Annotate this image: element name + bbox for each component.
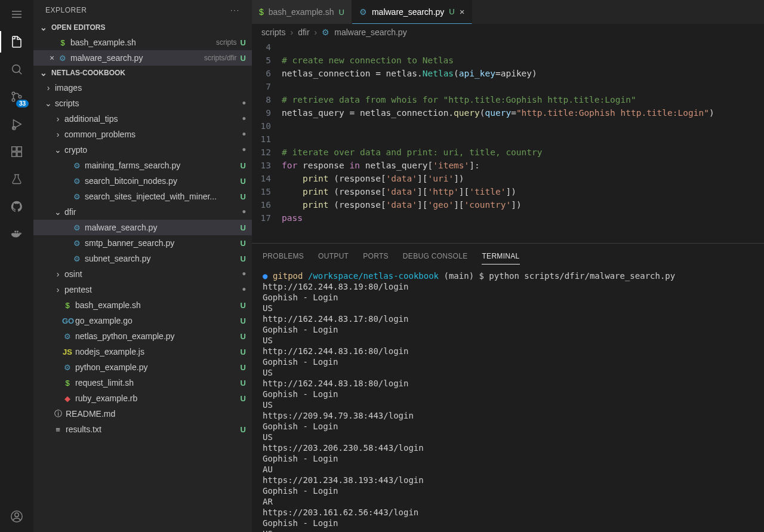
bottom-panel: PROBLEMSOUTPUTPORTSDEBUG CONSOLETERMINAL… xyxy=(252,243,764,532)
file-item[interactable]: ⚙ subnet_search.py U xyxy=(33,251,252,266)
item-label: smtp_banner_search.py xyxy=(85,238,237,248)
chevron-icon: ⌄ xyxy=(54,145,62,155)
breadcrumb[interactable]: scripts›dfir›⚙malware_search.py xyxy=(252,24,764,41)
close-icon[interactable]: × xyxy=(460,7,465,17)
docker-icon[interactable] xyxy=(8,226,25,242)
svg-line-4 xyxy=(19,72,22,75)
beaker-icon[interactable] xyxy=(8,171,25,187)
open-editor-item[interactable]: × ⚙ malware_search.py scripts/dfir U xyxy=(33,50,252,66)
file-item[interactable]: JS nodejs_example.js U xyxy=(33,344,252,359)
panel-tab-terminal[interactable]: TERMINAL xyxy=(482,248,519,265)
item-label: crypto xyxy=(64,145,239,155)
file-item[interactable]: ≡ results.txt U xyxy=(33,422,252,437)
folder-item[interactable]: › osint • xyxy=(33,266,252,282)
item-label: ruby_example.rb xyxy=(75,393,237,403)
item-label: images xyxy=(55,83,246,93)
panel-tab-problems[interactable]: PROBLEMS xyxy=(263,248,304,265)
workspace-header[interactable]: ⌄ NETLAS-COOKBOOK xyxy=(33,66,252,80)
open-editors-header[interactable]: ⌄ OPEN EDITORS xyxy=(33,20,252,35)
editor-tab[interactable]: ⚙ malware_search.py U × xyxy=(352,0,473,24)
git-status: U xyxy=(241,54,246,63)
file-item[interactable]: ⚙ smtp_banner_search.py U xyxy=(33,235,252,251)
item-label: python_example.py xyxy=(75,362,237,372)
code-content[interactable]: # create new connection to Netlasnetlas_… xyxy=(282,41,764,243)
close-icon[interactable]: × xyxy=(47,53,57,63)
file-item[interactable]: ⚙ malware_search.py U xyxy=(33,220,252,235)
breadcrumb-segment[interactable]: malware_search.py xyxy=(334,27,406,37)
svg-rect-12 xyxy=(17,152,21,156)
folder-item[interactable]: › images xyxy=(33,80,252,96)
file-item[interactable]: ⓘ README.md xyxy=(33,406,252,422)
git-status: U xyxy=(241,223,246,232)
debug-icon[interactable] xyxy=(8,116,25,133)
workspace-label: NETLAS-COOKBOOK xyxy=(51,69,125,77)
breadcrumb-segment[interactable]: scripts xyxy=(261,27,285,37)
chevron-right-icon: › xyxy=(290,27,293,37)
code-editor[interactable]: 4567891011121314151617 # create new conn… xyxy=(252,41,764,243)
item-label: nodejs_example.js xyxy=(75,347,237,356)
terminal-content[interactable]: ● gitpod /workspace/netlas-cookbook (mai… xyxy=(252,265,764,532)
file-label: malware_search.py xyxy=(70,53,201,63)
panel-tab-output[interactable]: OUTPUT xyxy=(318,248,349,265)
file-item[interactable]: ⚙ netlas_python_example.py U xyxy=(33,328,252,344)
panel-tab-ports[interactable]: PORTS xyxy=(363,248,389,265)
github-icon[interactable] xyxy=(8,198,25,215)
tab-label: malware_search.py xyxy=(372,7,444,17)
folder-item[interactable]: ⌄ crypto • xyxy=(33,142,252,158)
source-control-icon[interactable]: 33 xyxy=(8,88,25,105)
open-editor-item[interactable]: $ bash_example.sh scripts U xyxy=(33,35,252,50)
file-icon: ⚙ xyxy=(72,192,82,201)
explorer-icon[interactable] xyxy=(8,33,25,50)
file-icon: $ xyxy=(62,379,73,388)
folder-item[interactable]: ⌄ dfir • xyxy=(33,204,252,220)
file-icon: $ xyxy=(259,7,264,17)
svg-point-6 xyxy=(12,99,15,102)
git-status: U xyxy=(241,379,246,388)
git-status: U xyxy=(241,301,246,310)
file-label: bash_example.sh xyxy=(70,38,212,47)
git-status: U xyxy=(339,8,344,17)
git-status: U xyxy=(241,161,246,170)
file-item[interactable]: ◆ ruby_example.rb U xyxy=(33,390,252,406)
file-item[interactable]: ⚙ maining_farms_search.py U xyxy=(33,158,252,173)
editor-tab[interactable]: $ bash_example.sh U xyxy=(252,0,352,24)
file-item[interactable]: $ request_limit.sh U xyxy=(33,375,252,390)
item-label: additional_tips xyxy=(64,114,239,124)
chevron-right-icon: › xyxy=(315,27,318,37)
menu-icon[interactable] xyxy=(8,6,25,23)
activity-bar: 33 xyxy=(0,0,33,532)
file-item[interactable]: ⚙ python_example.py U xyxy=(33,359,252,375)
folder-item[interactable]: › pentest • xyxy=(33,282,252,297)
folder-item[interactable]: › additional_tips • xyxy=(33,111,252,127)
open-editors-label: OPEN EDITORS xyxy=(51,23,105,32)
file-path-hint: scripts/dfir xyxy=(204,54,237,62)
file-icon: ⓘ xyxy=(53,408,63,419)
editor-tabs: $ bash_example.sh U ⚙ malware_search.py … xyxy=(252,0,764,24)
file-icon: ⚙ xyxy=(72,254,82,263)
tab-label: bash_example.sh xyxy=(269,7,334,17)
panel-tab-debug-console[interactable]: DEBUG CONSOLE xyxy=(403,248,468,265)
item-label: subnet_search.py xyxy=(85,254,237,263)
file-item[interactable]: GO go_example.go U xyxy=(33,313,252,328)
extensions-icon[interactable] xyxy=(8,143,25,160)
file-icon: ⚙ xyxy=(72,177,82,186)
breadcrumb-segment[interactable]: dfir xyxy=(298,27,309,37)
git-status: U xyxy=(449,7,454,16)
account-icon[interactable] xyxy=(8,508,25,525)
item-label: maining_farms_search.py xyxy=(85,161,237,170)
more-icon[interactable]: ··· xyxy=(230,6,240,14)
svg-point-21 xyxy=(15,513,19,516)
search-icon[interactable] xyxy=(8,61,25,78)
file-icon: ⚙ xyxy=(359,7,367,17)
explorer-sidebar: EXPLORER ··· ⌄ OPEN EDITORS $ bash_examp… xyxy=(33,0,252,532)
file-icon: ≡ xyxy=(53,425,63,434)
file-item[interactable]: $ bash_example.sh U xyxy=(33,297,252,313)
folder-item[interactable]: ⌄ scripts • xyxy=(33,96,252,111)
folder-item[interactable]: › common_problems • xyxy=(33,127,252,142)
file-icon: $ xyxy=(62,301,73,310)
file-item[interactable]: ⚙ search_sites_injected_with_miner... U xyxy=(33,189,252,204)
svg-rect-19 xyxy=(17,231,19,233)
file-item[interactable]: ⚙ search_bitcoin_nodes.py U xyxy=(33,173,252,189)
svg-rect-10 xyxy=(12,147,16,151)
svg-point-5 xyxy=(12,92,15,95)
